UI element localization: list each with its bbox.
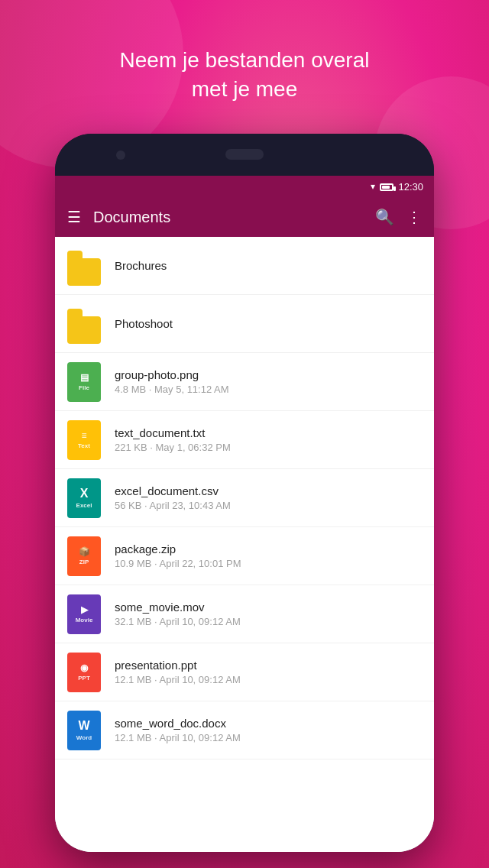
file-info: presentation.ppt 12.1 MB · April 10, 09:…	[115, 659, 422, 685]
file-info: text_document.txt 221 KB · May 1, 06:32 …	[115, 426, 422, 453]
file-meta: 12.1 MB · April 10, 09:12 AM	[115, 674, 422, 685]
file-name: some_movie.mov	[115, 601, 422, 614]
list-item[interactable]: W Word some_word_doc.docx 12.1 MB · Apri…	[55, 701, 434, 760]
file-name: group-photo.png	[115, 368, 422, 381]
tagline: Neem je bestanden overalmet je mee	[0, 46, 489, 104]
phone-screen: ▾ 12:30 ☰ Documents 🔍 ⋮ Brochures	[55, 176, 434, 852]
file-info: package.zip 10.9 MB · April 22, 10:01 PM	[115, 542, 422, 569]
file-name: Photoshoot	[115, 317, 422, 330]
phone-top-bar	[55, 134, 434, 176]
file-meta: 4.8 MB · May 5, 11:12 AM	[115, 384, 422, 395]
file-type-icon: ▶ Movie	[67, 594, 101, 634]
file-list: Brochures Photoshoot ▤ File group	[55, 237, 434, 852]
file-info: Brochures	[115, 259, 422, 272]
file-type-icon: 📦 ZIP	[67, 536, 101, 576]
file-name: presentation.ppt	[115, 659, 422, 672]
list-item[interactable]: ▶ Movie some_movie.mov 32.1 MB · April 1…	[55, 585, 434, 643]
file-name: text_document.txt	[115, 426, 422, 439]
folder-icon	[67, 246, 101, 286]
app-title: Documents	[93, 209, 363, 226]
list-item[interactable]: Photoshoot	[55, 295, 434, 353]
list-item[interactable]: ▤ File group-photo.png 4.8 MB · May 5, 1…	[55, 353, 434, 411]
app-bar: ☰ Documents 🔍 ⋮	[55, 197, 434, 237]
list-item[interactable]: 📦 ZIP package.zip 10.9 MB · April 22, 10…	[55, 527, 434, 585]
file-name: excel_document.csv	[115, 484, 422, 497]
file-type-icon: ≡ Text	[67, 420, 101, 460]
list-item[interactable]: Brochures	[55, 237, 434, 295]
list-item[interactable]: X Excel excel_document.csv 56 KB · April…	[55, 469, 434, 527]
file-info: group-photo.png 4.8 MB · May 5, 11:12 AM	[115, 368, 422, 395]
file-meta: 221 KB · May 1, 06:32 PM	[115, 442, 422, 453]
more-options-icon[interactable]: ⋮	[406, 208, 422, 226]
hamburger-menu-icon[interactable]: ☰	[67, 209, 81, 225]
battery-icon	[380, 180, 393, 193]
file-name: Brochures	[115, 259, 422, 272]
search-icon[interactable]: 🔍	[375, 208, 394, 226]
list-item[interactable]: ◉ PPT presentation.ppt 12.1 MB · April 1…	[55, 643, 434, 701]
wifi-icon: ▾	[371, 181, 375, 192]
file-type-icon: ◉ PPT	[67, 653, 101, 692]
file-info: some_word_doc.docx 12.1 MB · April 10, 0…	[115, 717, 422, 743]
file-info: excel_document.csv 56 KB · April 23, 10:…	[115, 484, 422, 511]
status-time: 12:30	[398, 181, 423, 193]
file-type-icon: X Excel	[67, 478, 101, 518]
folder-icon	[67, 304, 101, 344]
status-bar: ▾ 12:30	[55, 176, 434, 197]
file-meta: 10.9 MB · April 22, 10:01 PM	[115, 558, 422, 569]
file-name: some_word_doc.docx	[115, 717, 422, 730]
phone-frame: ▾ 12:30 ☰ Documents 🔍 ⋮ Brochures	[55, 134, 434, 852]
file-info: some_movie.mov 32.1 MB · April 10, 09:12…	[115, 601, 422, 627]
phone-camera	[116, 151, 125, 160]
phone-speaker	[225, 149, 264, 160]
file-name: package.zip	[115, 542, 422, 555]
file-meta: 56 KB · April 23, 10:43 AM	[115, 500, 422, 511]
file-meta: 12.1 MB · April 10, 09:12 AM	[115, 732, 422, 743]
file-type-icon: W Word	[67, 711, 101, 750]
file-info: Photoshoot	[115, 317, 422, 330]
file-type-icon: ▤ File	[67, 362, 101, 402]
list-item[interactable]: ≡ Text text_document.txt 221 KB · May 1,…	[55, 411, 434, 469]
file-meta: 32.1 MB · April 10, 09:12 AM	[115, 616, 422, 627]
